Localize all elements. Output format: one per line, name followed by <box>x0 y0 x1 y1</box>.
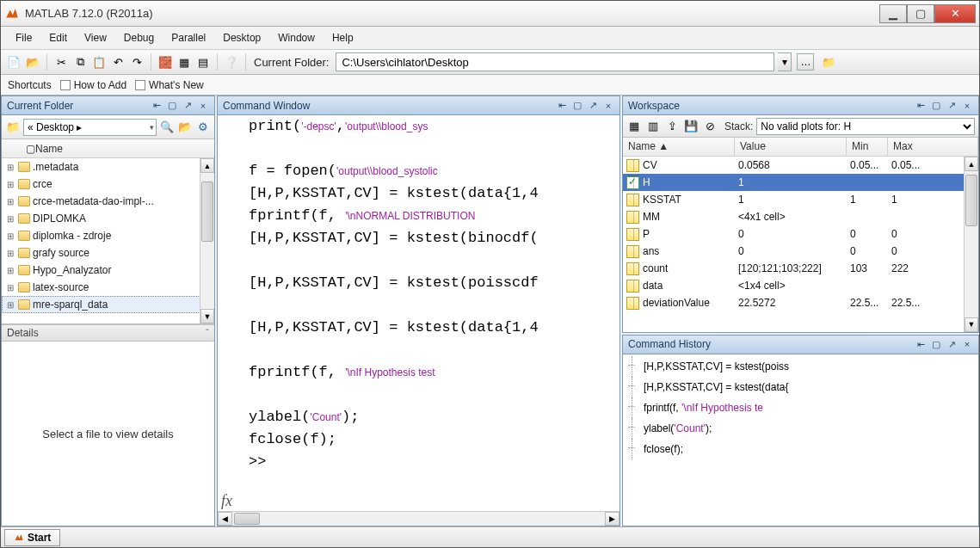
tree-row[interactable]: ⊞mre-sparql_data <box>2 296 214 313</box>
pane-close-icon[interactable]: × <box>961 338 973 350</box>
pane-undock-icon[interactable]: ↗ <box>946 100 958 112</box>
menu-view[interactable]: View <box>77 28 114 47</box>
pane-undock-icon[interactable]: ↗ <box>182 100 194 112</box>
tree-row[interactable]: ⊞crce <box>2 175 214 193</box>
ws-header-value[interactable]: Value <box>735 138 847 156</box>
new-var-icon[interactable]: ▦ <box>626 119 642 134</box>
parent-folder-icon[interactable]: 📁 <box>821 54 836 70</box>
start-button[interactable]: Start <box>4 529 60 546</box>
expand-icon[interactable]: ⊞ <box>5 283 15 292</box>
scroll-left-icon[interactable]: ◀ <box>218 512 232 526</box>
shortcut-whats-new[interactable]: What's New <box>135 79 204 91</box>
gear-icon[interactable]: ⚙ <box>195 120 211 135</box>
workspace-row[interactable]: P000 <box>623 225 978 243</box>
workspace-row[interactable]: ans000 <box>623 243 978 260</box>
cut-icon[interactable]: ✂ <box>53 54 69 70</box>
pane-undock-icon[interactable]: ↗ <box>946 338 958 350</box>
expand-icon[interactable]: ⊞ <box>5 231 15 241</box>
workspace-row[interactable]: data<1x4 cell> <box>623 277 978 294</box>
tree-row[interactable]: ⊞latex-source <box>2 279 214 296</box>
pane-maximize-icon[interactable]: ▢ <box>930 338 942 350</box>
copy-icon[interactable]: ⧉ <box>72 54 88 70</box>
pane-close-icon[interactable]: × <box>197 100 209 112</box>
tree-scrollbar[interactable]: ▲ ▼ <box>200 158 214 323</box>
workspace-scrollbar[interactable]: ▲ ▼ <box>964 157 978 332</box>
workspace-row[interactable]: KSSTAT111 <box>623 191 978 208</box>
open-var-icon[interactable]: ▥ <box>645 119 661 134</box>
pane-maximize-icon[interactable]: ▢ <box>166 100 178 112</box>
pane-minimize-icon[interactable]: ⇤ <box>556 100 568 112</box>
ws-header-name[interactable]: Name ▲ <box>623 138 735 156</box>
expand-icon[interactable]: ⊞ <box>5 214 15 224</box>
workspace-row[interactable]: MM<4x1 cell> <box>623 208 978 225</box>
menu-desktop[interactable]: Desktop <box>215 28 268 47</box>
paste-icon[interactable]: 📋 <box>91 54 107 70</box>
guide-icon[interactable]: ▦ <box>176 54 192 70</box>
tree-header-name[interactable]: ▢ Name <box>2 139 214 158</box>
pane-close-icon[interactable]: × <box>602 100 614 112</box>
workspace-row[interactable]: count[120;121;103;222]103222 <box>623 260 978 277</box>
simulink-icon[interactable]: 🧱 <box>157 54 173 70</box>
menu-window[interactable]: Window <box>270 28 323 47</box>
search-icon[interactable]: 🔍 <box>159 120 175 135</box>
ws-header-min[interactable]: Min <box>847 138 888 156</box>
expand-icon[interactable]: ⊞ <box>5 163 15 172</box>
pane-maximize-icon[interactable]: ▢ <box>930 100 942 112</box>
plot-select[interactable]: No valid plots for: H <box>756 118 975 135</box>
expand-icon[interactable]: ⊞ <box>5 266 15 275</box>
command-history-body[interactable]: [H,P,KSSTAT,CV] = kstest(poiss[H,P,KSSTA… <box>623 354 978 526</box>
tree-row[interactable]: ⊞grafy source <box>2 244 214 262</box>
expand-icon[interactable]: ⊞ <box>5 249 15 258</box>
tree-row[interactable]: ⊞Hypo_Analyzator <box>2 262 214 279</box>
menu-file[interactable]: File <box>8 28 40 47</box>
workspace-row[interactable]: deviationValue22.527222.5...22.5... <box>623 294 978 311</box>
tree-row[interactable]: ⊞crce-metadata-dao-impl-... <box>2 193 214 210</box>
shortcut-how-to-add[interactable]: How to Add <box>60 79 126 91</box>
menu-edit[interactable]: Edit <box>41 28 75 47</box>
command-window-body[interactable]: print('-depsc','output\\blood_sys f = fo… <box>218 115 619 526</box>
current-folder-input[interactable] <box>336 52 774 71</box>
menu-help[interactable]: Help <box>324 28 361 47</box>
expand-icon[interactable]: ⊞ <box>5 197 15 206</box>
scroll-right-icon[interactable]: ▶ <box>605 512 619 526</box>
pane-maximize-icon[interactable]: ▢ <box>571 100 583 112</box>
current-folder-breadcrumb[interactable]: « Desktop ▸▾ <box>23 119 157 136</box>
folder-actions-icon[interactable]: 📂 <box>177 120 193 135</box>
window-maximize-button[interactable]: ▢ <box>907 4 934 23</box>
command-window-hscroll[interactable]: ◀ ▶ <box>218 511 619 526</box>
scroll-up-icon[interactable]: ▲ <box>200 158 214 173</box>
window-minimize-button[interactable]: ▁ <box>879 4 907 23</box>
folder-up-icon[interactable]: 📁 <box>5 120 21 135</box>
scroll-down-icon[interactable]: ▼ <box>200 309 214 323</box>
clear-ws-icon[interactable]: ⊘ <box>702 119 718 134</box>
pane-close-icon[interactable]: × <box>961 100 973 112</box>
current-folder-dropdown[interactable]: ▾ <box>778 52 792 71</box>
open-folder-icon[interactable]: 📂 <box>25 54 40 70</box>
help-icon[interactable]: ❔ <box>224 54 239 70</box>
workspace-row[interactable]: H1 <box>623 174 978 191</box>
details-header[interactable]: Detailsˆ <box>2 324 214 342</box>
undo-icon[interactable]: ↶ <box>110 54 126 70</box>
tree-row[interactable]: ⊞diplomka - zdroje <box>2 227 214 244</box>
pane-minimize-icon[interactable]: ⇤ <box>151 100 163 112</box>
save-ws-icon[interactable]: 💾 <box>683 119 699 134</box>
profiler-icon[interactable]: ▤ <box>195 54 211 70</box>
pane-minimize-icon[interactable]: ⇤ <box>915 100 927 112</box>
ws-header-max[interactable]: Max <box>888 138 978 156</box>
expand-icon[interactable]: ⊞ <box>5 300 15 310</box>
menu-parallel[interactable]: Parallel <box>163 28 213 47</box>
redo-icon[interactable]: ↷ <box>129 54 145 70</box>
import-icon[interactable]: ⇪ <box>664 119 680 134</box>
window-close-button[interactable]: ✕ <box>934 4 976 23</box>
pane-minimize-icon[interactable]: ⇤ <box>915 338 927 350</box>
scroll-up-icon[interactable]: ▲ <box>965 157 978 171</box>
expand-icon[interactable]: ⊞ <box>5 180 15 189</box>
new-file-icon[interactable]: 📄 <box>6 54 22 70</box>
workspace-row[interactable]: CV0.05680.05...0.05... <box>623 157 978 174</box>
browse-folder-button[interactable]: … <box>797 53 814 71</box>
scroll-down-icon[interactable]: ▼ <box>965 317 978 332</box>
pane-undock-icon[interactable]: ↗ <box>587 100 599 112</box>
menu-debug[interactable]: Debug <box>116 28 162 47</box>
tree-row[interactable]: ⊞.metadata <box>2 158 214 175</box>
fx-prompt-icon[interactable]: fx <box>221 492 232 510</box>
